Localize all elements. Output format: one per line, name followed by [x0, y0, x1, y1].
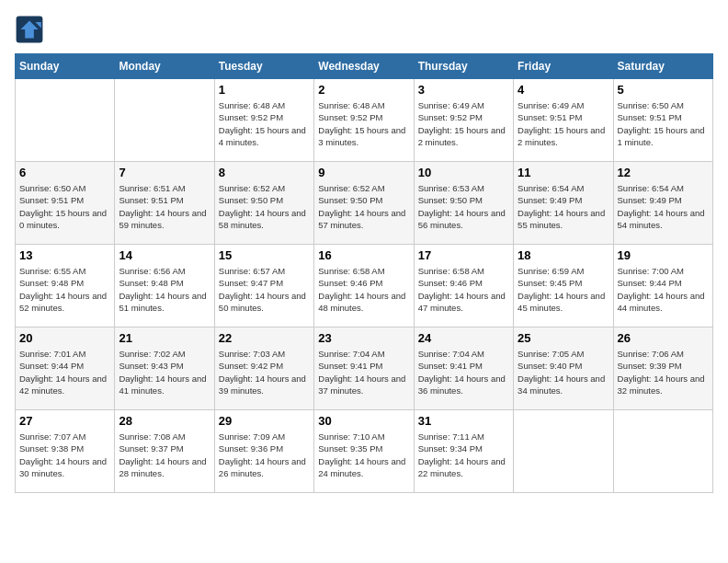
calendar-cell: 26Sunrise: 7:06 AM Sunset: 9:39 PM Dayli…: [613, 327, 712, 410]
day-info: Sunrise: 7:11 AM Sunset: 9:34 PM Dayligh…: [418, 431, 509, 479]
day-info: Sunrise: 6:55 AM Sunset: 9:48 PM Dayligh…: [19, 265, 110, 314]
day-number: 31: [418, 414, 509, 428]
calendar-table: SundayMondayTuesdayWednesdayThursdayFrid…: [15, 53, 713, 493]
day-info: Sunrise: 6:58 AM Sunset: 9:46 PM Dayligh…: [318, 265, 409, 314]
day-number: 11: [518, 166, 609, 179]
calendar-cell: 28Sunrise: 7:08 AM Sunset: 9:37 PM Dayli…: [115, 410, 214, 493]
day-info: Sunrise: 7:04 AM Sunset: 9:41 PM Dayligh…: [418, 348, 509, 396]
calendar-cell: 30Sunrise: 7:10 AM Sunset: 9:35 PM Dayli…: [314, 410, 414, 493]
calendar-cell: 3Sunrise: 6:49 AM Sunset: 9:52 PM Daylig…: [414, 79, 513, 162]
day-number: 23: [318, 331, 409, 345]
day-number: 20: [19, 331, 110, 345]
day-info: Sunrise: 6:48 AM Sunset: 9:52 PM Dayligh…: [318, 99, 409, 148]
day-number: 25: [518, 331, 609, 345]
calendar-cell: 4Sunrise: 6:49 AM Sunset: 9:51 PM Daylig…: [514, 79, 613, 162]
calendar-header-row: SundayMondayTuesdayWednesdayThursdayFrid…: [16, 54, 713, 79]
header-tuesday: Tuesday: [214, 54, 313, 79]
calendar-cell: 13Sunrise: 6:55 AM Sunset: 9:48 PM Dayli…: [16, 245, 115, 327]
day-info: Sunrise: 6:52 AM Sunset: 9:50 PM Dayligh…: [318, 182, 409, 231]
day-number: 22: [219, 331, 310, 345]
day-info: Sunrise: 6:59 AM Sunset: 9:45 PM Dayligh…: [518, 265, 609, 314]
calendar-cell: [115, 79, 214, 162]
calendar-week-3: 13Sunrise: 6:55 AM Sunset: 9:48 PM Dayli…: [16, 245, 713, 327]
day-number: 12: [618, 166, 709, 179]
calendar-cell: 15Sunrise: 6:57 AM Sunset: 9:47 PM Dayli…: [214, 245, 313, 327]
day-number: 1: [219, 83, 310, 97]
day-info: Sunrise: 6:50 AM Sunset: 9:51 PM Dayligh…: [19, 182, 110, 231]
calendar-week-5: 27Sunrise: 7:07 AM Sunset: 9:38 PM Dayli…: [16, 410, 713, 493]
calendar-cell: 22Sunrise: 7:03 AM Sunset: 9:42 PM Dayli…: [214, 327, 313, 410]
day-number: 21: [119, 331, 210, 345]
day-number: 27: [19, 414, 110, 428]
calendar-cell: 20Sunrise: 7:01 AM Sunset: 9:44 PM Dayli…: [16, 327, 115, 410]
calendar-cell: 17Sunrise: 6:58 AM Sunset: 9:46 PM Dayli…: [414, 245, 513, 327]
day-info: Sunrise: 6:58 AM Sunset: 9:46 PM Dayligh…: [418, 265, 509, 314]
day-number: 4: [518, 83, 609, 97]
calendar-cell: 1Sunrise: 6:48 AM Sunset: 9:52 PM Daylig…: [214, 79, 313, 162]
day-number: 29: [219, 414, 310, 428]
day-info: Sunrise: 6:53 AM Sunset: 9:50 PM Dayligh…: [418, 182, 509, 231]
calendar-cell: 29Sunrise: 7:09 AM Sunset: 9:36 PM Dayli…: [214, 410, 313, 493]
calendar-cell: 31Sunrise: 7:11 AM Sunset: 9:34 PM Dayli…: [414, 410, 513, 493]
day-info: Sunrise: 7:00 AM Sunset: 9:44 PM Dayligh…: [618, 265, 709, 314]
calendar-cell: [613, 410, 712, 493]
page-header: [15, 15, 713, 44]
calendar-cell: 10Sunrise: 6:53 AM Sunset: 9:50 PM Dayli…: [414, 162, 513, 245]
day-number: 24: [418, 331, 509, 345]
day-number: 30: [318, 414, 409, 428]
calendar-cell: 6Sunrise: 6:50 AM Sunset: 9:51 PM Daylig…: [16, 162, 115, 245]
calendar-cell: 23Sunrise: 7:04 AM Sunset: 9:41 PM Dayli…: [314, 327, 414, 410]
calendar-cell: 27Sunrise: 7:07 AM Sunset: 9:38 PM Dayli…: [16, 410, 115, 493]
day-info: Sunrise: 7:05 AM Sunset: 9:40 PM Dayligh…: [518, 348, 609, 396]
day-info: Sunrise: 6:50 AM Sunset: 9:51 PM Dayligh…: [618, 99, 709, 148]
day-number: 2: [318, 83, 409, 97]
day-info: Sunrise: 7:02 AM Sunset: 9:43 PM Dayligh…: [119, 348, 210, 396]
day-number: 7: [119, 166, 210, 179]
calendar-week-2: 6Sunrise: 6:50 AM Sunset: 9:51 PM Daylig…: [16, 162, 713, 245]
day-number: 14: [119, 248, 210, 262]
logo: [15, 15, 48, 44]
day-info: Sunrise: 6:48 AM Sunset: 9:52 PM Dayligh…: [219, 99, 310, 148]
day-number: 13: [19, 248, 110, 262]
day-info: Sunrise: 7:01 AM Sunset: 9:44 PM Dayligh…: [19, 348, 110, 396]
day-number: 15: [219, 248, 310, 262]
header-friday: Friday: [514, 54, 613, 79]
day-number: 28: [119, 414, 210, 428]
day-info: Sunrise: 6:52 AM Sunset: 9:50 PM Dayligh…: [219, 182, 310, 231]
day-info: Sunrise: 6:51 AM Sunset: 9:51 PM Dayligh…: [119, 182, 210, 231]
day-info: Sunrise: 6:56 AM Sunset: 9:48 PM Dayligh…: [119, 265, 210, 314]
day-number: 26: [618, 331, 709, 345]
day-info: Sunrise: 7:03 AM Sunset: 9:42 PM Dayligh…: [219, 348, 310, 396]
day-number: 17: [418, 248, 509, 262]
header-monday: Monday: [115, 54, 214, 79]
day-info: Sunrise: 6:54 AM Sunset: 9:49 PM Dayligh…: [518, 182, 609, 231]
calendar-cell: 8Sunrise: 6:52 AM Sunset: 9:50 PM Daylig…: [214, 162, 313, 245]
day-info: Sunrise: 7:10 AM Sunset: 9:35 PM Dayligh…: [318, 431, 409, 479]
calendar-cell: [514, 410, 613, 493]
calendar-cell: 14Sunrise: 6:56 AM Sunset: 9:48 PM Dayli…: [115, 245, 214, 327]
day-info: Sunrise: 7:06 AM Sunset: 9:39 PM Dayligh…: [618, 348, 709, 396]
header-saturday: Saturday: [613, 54, 712, 79]
calendar-cell: 5Sunrise: 6:50 AM Sunset: 9:51 PM Daylig…: [613, 79, 712, 162]
day-info: Sunrise: 7:04 AM Sunset: 9:41 PM Dayligh…: [318, 348, 409, 396]
day-info: Sunrise: 6:49 AM Sunset: 9:52 PM Dayligh…: [418, 99, 509, 148]
calendar-cell: 16Sunrise: 6:58 AM Sunset: 9:46 PM Dayli…: [314, 245, 414, 327]
day-number: 3: [418, 83, 509, 97]
calendar-cell: 7Sunrise: 6:51 AM Sunset: 9:51 PM Daylig…: [115, 162, 214, 245]
header-thursday: Thursday: [414, 54, 513, 79]
calendar-cell: 19Sunrise: 7:00 AM Sunset: 9:44 PM Dayli…: [613, 245, 712, 327]
day-number: 9: [318, 166, 409, 179]
day-number: 5: [618, 83, 709, 97]
day-number: 18: [518, 248, 609, 262]
day-number: 16: [318, 248, 409, 262]
day-number: 10: [418, 166, 509, 179]
calendar-cell: 2Sunrise: 6:48 AM Sunset: 9:52 PM Daylig…: [314, 79, 414, 162]
day-number: 19: [618, 248, 709, 262]
calendar-cell: 12Sunrise: 6:54 AM Sunset: 9:49 PM Dayli…: [613, 162, 712, 245]
day-info: Sunrise: 6:49 AM Sunset: 9:51 PM Dayligh…: [518, 99, 609, 148]
day-number: 8: [219, 166, 310, 179]
header-wednesday: Wednesday: [314, 54, 414, 79]
calendar-cell: 25Sunrise: 7:05 AM Sunset: 9:40 PM Dayli…: [514, 327, 613, 410]
day-number: 6: [19, 166, 110, 179]
day-info: Sunrise: 6:57 AM Sunset: 9:47 PM Dayligh…: [219, 265, 310, 314]
